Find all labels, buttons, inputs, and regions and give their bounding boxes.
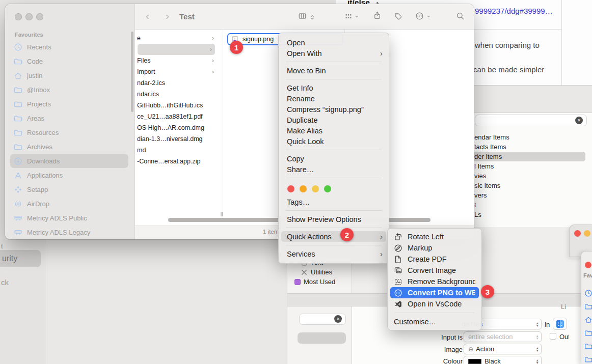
sidebar-item-areas[interactable]: Areas: [10, 111, 128, 125]
quick-action-rotate-left[interactable]: Rotate Left: [388, 231, 481, 242]
file-row-selected-folder[interactable]: [138, 44, 215, 55]
sidebar-item-recents[interactable]: Recents: [10, 40, 128, 54]
quick-action-customise[interactable]: Customise…: [388, 316, 481, 327]
sidebar-item-inbox[interactable]: @Inbox: [10, 82, 128, 97]
menu-item-quick-look[interactable]: Quick Look: [279, 136, 389, 147]
menu-item-open-with[interactable]: Open With: [279, 48, 389, 59]
file-row-ce-u21-aa881ef1-pdf[interactable]: ce_U21…aa881ef1.pdf: [136, 111, 223, 122]
text-fragment: t: [1, 242, 3, 250]
menu-item-rename[interactable]: Rename: [279, 93, 389, 104]
close-button[interactable]: [574, 230, 581, 237]
file-row-ndar-ics[interactable]: ndar.ics: [136, 89, 223, 100]
sidebar-item-code[interactable]: Code: [10, 54, 128, 68]
back-icon[interactable]: [146, 10, 149, 22]
library-search-input[interactable]: [475, 115, 587, 126]
sidebar-item-projects[interactable]: Projects: [10, 97, 128, 111]
menu-item-get-info[interactable]: Get Info: [279, 82, 389, 93]
sidebar-item-resources[interactable]: Resources: [10, 125, 128, 139]
close-button[interactable]: [15, 13, 22, 20]
library-item-sic-items[interactable]: sic Items: [473, 181, 585, 190]
file-row-conne-ersal-app-zip[interactable]: -Conne…ersal.app.zip: [136, 156, 223, 167]
file-row-files[interactable]: Files: [136, 55, 223, 66]
quick-action-create-pdf[interactable]: Create PDF: [388, 254, 481, 265]
sidebar-scrollbar[interactable]: [131, 32, 133, 112]
clear-search-icon[interactable]: [575, 117, 583, 124]
menu-item-open[interactable]: Open: [279, 37, 389, 48]
selected-sidebar-item[interactable]: urity: [0, 250, 41, 267]
forward-icon[interactable]: [166, 10, 169, 22]
columns-view-icon[interactable]: [298, 12, 307, 22]
file-row-os-high-ar-com-dmg[interactable]: OS High…AR.com.dmg: [136, 122, 223, 133]
close-button[interactable]: [585, 262, 591, 268]
menu-item-quick-actions[interactable]: Quick Actions: [281, 231, 386, 242]
menu-item-copy[interactable]: Copy: [279, 153, 389, 164]
input-is-dropdown[interactable]: entire selection ▲▼: [464, 331, 542, 342]
sort-order-icon[interactable]: [309, 13, 315, 22]
share-icon[interactable]: [373, 11, 382, 22]
more-options-icon[interactable]: [415, 12, 424, 22]
library-item-endar-items[interactable]: endar Items: [473, 132, 585, 142]
tag-color-dot-3[interactable]: [324, 185, 331, 192]
divider: [45, 239, 45, 364]
library-item-vies[interactable]: vies: [473, 171, 585, 181]
zoom-button[interactable]: [36, 13, 43, 20]
sidebar-item-metricy-adls-public[interactable]: Metricy ADLS Public: [10, 211, 128, 225]
quick-action-remove-background[interactable]: Remove Background: [388, 276, 481, 287]
library-item-vers[interactable]: vers: [473, 190, 585, 200]
menu-item-compress-signup-png[interactable]: Compress “signup.png”: [279, 104, 389, 115]
library-item-tacts-items[interactable]: tacts Items: [473, 142, 585, 152]
folder-icon: [584, 342, 592, 350]
library-item-ls[interactable]: Ls: [473, 210, 585, 219]
chevron-down-icon[interactable]: [355, 13, 359, 18]
sidebar-item-archives[interactable]: Archives: [10, 139, 128, 154]
quick-action-convert-png-to-webp[interactable]: Convert PNG to WEBP: [390, 287, 479, 298]
quick-action-convert-image[interactable]: Convert Image: [388, 265, 481, 276]
quick-action-markup[interactable]: Markup: [388, 242, 481, 254]
sidebar-item-justin[interactable]: justin: [10, 68, 128, 82]
tag-color-dot-2[interactable]: [312, 185, 319, 192]
column-resize-handle[interactable]: [222, 212, 223, 216]
colour-dropdown[interactable]: Black ▲▼: [464, 356, 542, 364]
image-dropdown[interactable]: Action ▲▼: [464, 344, 542, 354]
menu-item-show-preview-options[interactable]: Show Preview Options: [279, 214, 389, 225]
file-row-dian-1-3-niversal-dmg[interactable]: dian-1.3…niversal.dmg: [136, 133, 223, 145]
menu-item-services[interactable]: Services: [279, 248, 389, 259]
category-utilities[interactable]: Utilities: [294, 267, 352, 277]
file-row-md[interactable]: md: [136, 145, 223, 156]
sidebar-item-metricy-adls-legacy[interactable]: Metricy ADLS Legacy: [10, 225, 128, 239]
clear-search-icon[interactable]: [334, 315, 342, 323]
menu-item-share[interactable]: Share…: [279, 164, 389, 175]
output-checkbox[interactable]: [550, 333, 556, 340]
quick-action-open-in-vscode[interactable]: Open in VsCode: [388, 298, 481, 310]
search-icon[interactable]: [456, 12, 465, 22]
minimize-button[interactable]: [25, 13, 33, 20]
minimize-button[interactable]: [584, 230, 590, 237]
category-most-used[interactable]: Most Used: [294, 277, 352, 287]
tags-icon[interactable]: [394, 12, 402, 22]
menu-item-duplicate[interactable]: Duplicate: [279, 115, 389, 125]
library-item-l-items[interactable]: l Items: [473, 161, 585, 171]
menu-item-label: Move to Bin: [287, 67, 383, 75]
group-view-icon[interactable]: [344, 12, 353, 22]
library-item-der-items[interactable]: der Items: [473, 152, 585, 161]
finder-location-button[interactable]: [553, 318, 567, 330]
hyperlink-fragment[interactable]: 9999237/ddg#39999…: [475, 7, 553, 15]
menu-item-tags[interactable]: Tags…: [279, 197, 389, 207]
file-row-ndar-2-ics[interactable]: ndar-2.ics: [136, 77, 223, 89]
menu-item-label: Create PDF: [408, 255, 475, 263]
sidebar-item-airdrop[interactable]: AirDrop: [10, 197, 128, 211]
tag-color-dot-1[interactable]: [300, 185, 307, 192]
sidebar-item-setapp[interactable]: Setapp: [10, 182, 128, 197]
tag-color-dot-0[interactable]: [287, 185, 294, 192]
file-row-githubb-ithgithub-ics[interactable]: GitHubb…ithGitHub.ics: [136, 100, 223, 111]
column-resize-handle[interactable]: [221, 212, 222, 216]
column-divider[interactable]: [223, 30, 223, 221]
sidebar-item-downloads[interactable]: Downloads: [10, 154, 128, 168]
sidebar-item-applications[interactable]: Applications: [10, 168, 128, 182]
menu-item-move-to-bin[interactable]: Move to Bin: [279, 65, 389, 76]
chevron-down-icon[interactable]: [426, 13, 430, 18]
menu-item-make-alias[interactable]: Make Alias: [279, 125, 389, 136]
file-row-e[interactable]: e: [136, 33, 223, 44]
file-row-import[interactable]: Import: [136, 66, 223, 77]
library-item-t[interactable]: t: [473, 200, 585, 210]
